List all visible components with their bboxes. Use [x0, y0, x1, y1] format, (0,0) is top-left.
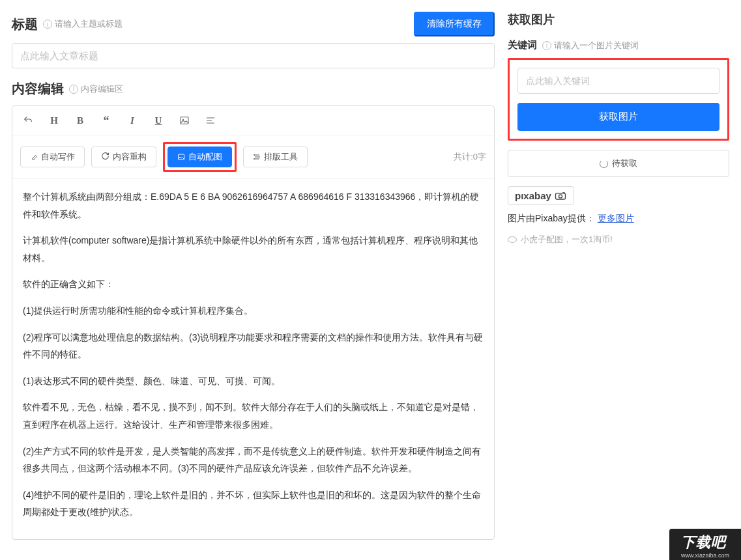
title-hint: 请输入主题或标题 — [55, 18, 123, 30]
svg-point-8 — [254, 159, 255, 160]
underline-icon[interactable]: U — [149, 111, 167, 130]
svg-rect-11 — [562, 192, 564, 193]
restructure-button[interactable]: 内容重构 — [91, 147, 156, 167]
content-paragraph: (1)表达形式不同的硬件类型、颜色、味道、可见、可摸、可闻。 — [23, 372, 484, 390]
footer-note: 小虎子配图，一次1淘币! — [508, 234, 729, 245]
content-paragraph: (1)提供运行时所需功能和性能的命令或计算机程序集合。 — [23, 302, 484, 320]
content-paragraph: (2)程序可以满意地处理信息的数据结构。(3)说明程序功能要求和程序需要的文档的… — [23, 329, 484, 363]
more-images-link[interactable]: 更多图片 — [598, 213, 634, 223]
info-icon: i — [542, 41, 551, 50]
content-paragraph: (4)维护不同的硬件是旧的，理论上软件是旧的，并不坏，但实际上软件也是旧的和坏的… — [23, 486, 484, 521]
auto-image-button[interactable]: 自动配图 — [167, 147, 232, 167]
content-paragraph: 软件的正确含义如下： — [23, 275, 484, 293]
spinner-icon — [600, 160, 608, 168]
svg-point-6 — [254, 155, 255, 156]
watermark: 下载吧 www.xiazaiba.com — [669, 529, 741, 552]
editor: H B “ I U 自动写作 内容重构 — [12, 105, 495, 540]
undo-icon[interactable] — [19, 111, 37, 130]
layout-tool-button[interactable]: 排版工具 — [243, 147, 308, 167]
keyword-input[interactable] — [517, 68, 719, 94]
article-title-input[interactable] — [12, 43, 495, 68]
svg-rect-9 — [555, 193, 565, 199]
info-icon: i — [43, 20, 52, 29]
coin-icon — [508, 236, 517, 243]
quote-icon[interactable]: “ — [97, 111, 115, 130]
pending-button[interactable]: 待获取 — [508, 150, 729, 177]
content-paragraph: 整个计算机系统由两部分组成：E.69DA 5 E 6 BA 9062616964… — [23, 188, 484, 223]
content-section-label: 内容编辑 — [12, 80, 64, 98]
content-paragraph: 计算机软件(computer software)是指计算机系统中除硬件以外的所有… — [23, 232, 484, 266]
fetch-image-button[interactable]: 获取图片 — [517, 103, 719, 131]
svg-rect-0 — [181, 117, 188, 124]
word-count: 共计:0字 — [454, 151, 486, 163]
clear-cache-button[interactable]: 清除所有缓存 — [414, 12, 495, 36]
bold-icon[interactable]: B — [71, 111, 89, 130]
content-paragraph: 软件看不见，无色，枯燥，看不见，摸不到，闻不到。软件大部分存在于人们的头脑或纸上… — [23, 399, 484, 433]
side-title: 获取图片 — [508, 12, 729, 27]
svg-point-10 — [559, 194, 562, 197]
pixabay-badge: pıxabay — [508, 186, 574, 205]
provider-text: 图片由Pixabay提供： 更多图片 — [508, 213, 729, 225]
highlight-keyword-box: 获取图片 — [508, 58, 729, 141]
editor-toolbar: H B “ I U — [12, 106, 494, 135]
content-hint: 内容编辑区 — [81, 83, 123, 95]
content-paragraph: (2)生产方式不同的软件是开发，是人类智能的高发挥，而不是传统意义上的硬件制造。… — [23, 443, 484, 477]
keyword-label: 关键词 — [508, 39, 537, 51]
keyword-hint: 请输入一个图片关键词 — [554, 40, 639, 51]
image-icon[interactable] — [175, 111, 194, 130]
editor-content[interactable]: 整个计算机系统由两部分组成：E.69DA 5 E 6 BA 9062616964… — [12, 179, 494, 539]
italic-icon[interactable]: I — [123, 111, 141, 130]
title-section-label: 标题 — [12, 16, 38, 33]
heading-icon[interactable]: H — [45, 111, 63, 130]
auto-write-button[interactable]: 自动写作 — [20, 147, 85, 167]
highlight-auto-image: 自动配图 — [163, 142, 237, 172]
svg-point-7 — [259, 157, 260, 158]
align-left-icon[interactable] — [201, 111, 220, 130]
info-icon: i — [69, 85, 78, 94]
